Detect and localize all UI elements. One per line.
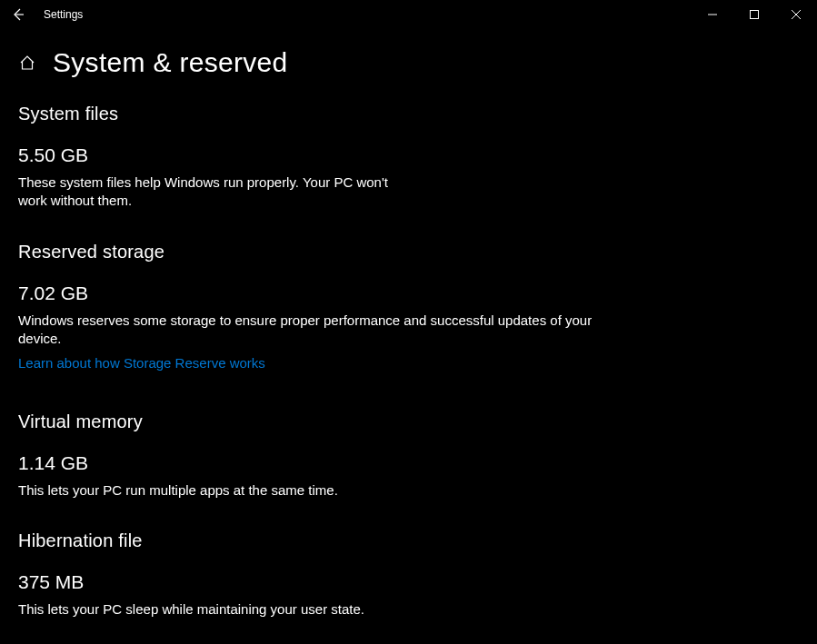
maximize-icon — [750, 10, 759, 19]
virtual-memory-title: Virtual memory — [18, 411, 799, 432]
minimize-icon — [708, 10, 717, 19]
storage-reserve-link[interactable]: Learn about how Storage Reserve works — [18, 355, 265, 371]
close-button[interactable] — [775, 0, 817, 29]
page-header: System & reserved — [18, 47, 799, 78]
titlebar: Settings — [0, 0, 817, 29]
titlebar-left: Settings — [7, 4, 83, 25]
back-arrow-icon — [11, 7, 25, 22]
virtual-memory-description: This lets your PC run multiple apps at t… — [18, 481, 600, 500]
svg-rect-1 — [751, 11, 759, 19]
system-files-section: System files 5.50 GB These system files … — [18, 104, 799, 211]
virtual-memory-value: 1.14 GB — [18, 452, 799, 474]
system-files-title: System files — [18, 104, 799, 124]
app-title: Settings — [44, 8, 83, 21]
reserved-storage-section: Reserved storage 7.02 GB Windows reserve… — [18, 242, 799, 372]
hibernation-file-value: 375 MB — [18, 571, 799, 593]
content-area: System & reserved System files 5.50 GB T… — [0, 29, 817, 619]
maximize-button[interactable] — [733, 0, 775, 29]
back-button[interactable] — [7, 4, 29, 25]
system-files-description: These system files help Windows run prop… — [18, 173, 400, 211]
minimize-button[interactable] — [692, 0, 733, 29]
reserved-storage-title: Reserved storage — [18, 242, 799, 263]
hibernation-file-title: Hibernation file — [18, 530, 799, 551]
window-controls — [692, 0, 817, 29]
hibernation-file-description: This lets your PC sleep while maintainin… — [18, 600, 600, 619]
page-title: System & reserved — [53, 47, 288, 78]
system-files-value: 5.50 GB — [18, 144, 799, 166]
home-icon — [19, 54, 35, 71]
virtual-memory-section: Virtual memory 1.14 GB This lets your PC… — [18, 411, 799, 500]
reserved-storage-value: 7.02 GB — [18, 282, 799, 304]
close-icon — [792, 10, 801, 19]
hibernation-file-section: Hibernation file 375 MB This lets your P… — [18, 530, 799, 619]
reserved-storage-description: Windows reserves some storage to ensure … — [18, 312, 600, 349]
home-button[interactable] — [18, 54, 36, 72]
